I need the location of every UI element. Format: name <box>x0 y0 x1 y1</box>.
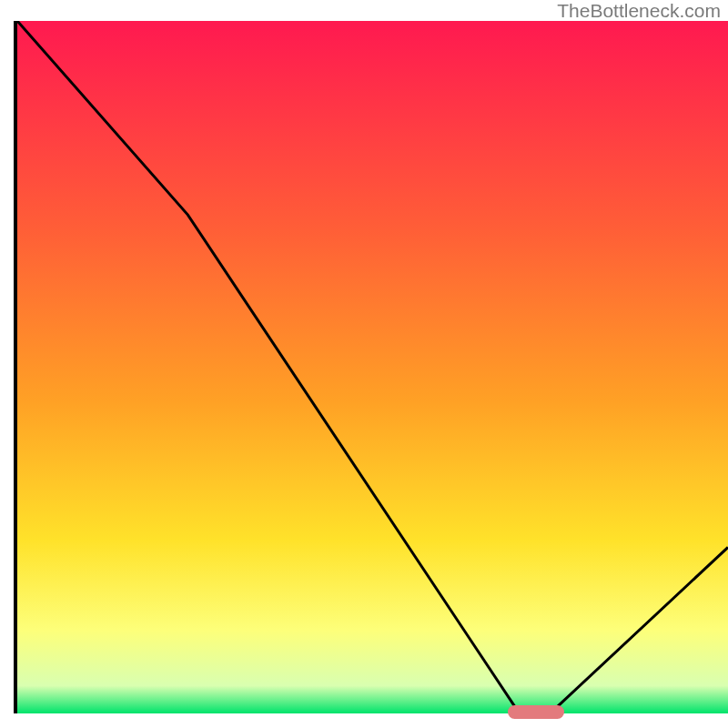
chart-container <box>0 21 728 728</box>
watermark-text: TheBottleneck.com <box>557 0 721 22</box>
chart-svg <box>17 21 728 713</box>
optimal-marker <box>508 705 564 719</box>
gradient-background <box>17 21 728 713</box>
